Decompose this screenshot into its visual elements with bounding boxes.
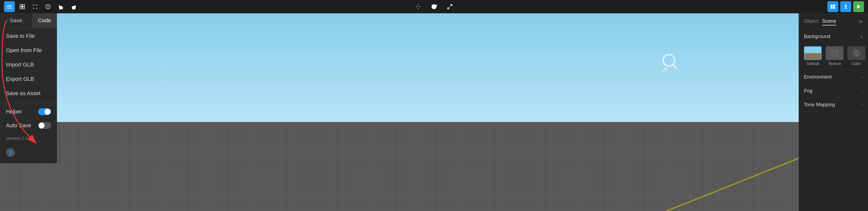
tone-mapping-section-header[interactable]: Tone Mapping › [799, 98, 868, 111]
svg-rect-9 [831, 4, 832, 9]
export-glb-item[interactable]: Export GLB [0, 72, 57, 86]
code-tab[interactable]: Code [32, 13, 57, 28]
panel-expand-button[interactable]: ≫ [858, 19, 863, 24]
svg-rect-6 [23, 7, 25, 9]
panel-tabs: Object Scene [804, 17, 836, 26]
layout-button[interactable] [828, 1, 838, 12]
save-tab[interactable]: Save [0, 13, 32, 28]
hatch-pattern-icon [831, 49, 838, 57]
fog-section-header[interactable]: Fog › [799, 84, 868, 98]
svg-rect-11 [833, 7, 835, 8]
helper-toggle-knob [44, 109, 51, 115]
menu-button[interactable] [4, 1, 15, 12]
toolbar: ? [0, 0, 868, 13]
environment-arrow-icon: › [862, 75, 863, 79]
fog-arrow-icon: › [862, 89, 863, 93]
svg-rect-0 [7, 5, 12, 5]
bg-color-option[interactable]: Color [847, 46, 865, 66]
version-label: version 1.1.1 [0, 133, 57, 145]
tab-object[interactable]: Object [804, 17, 818, 26]
bg-texture-option[interactable]: Texture [826, 46, 843, 66]
3d-decoration [659, 53, 679, 74]
background-section: Background ∨ Default Texture [799, 30, 868, 70]
bg-default-label: Default [807, 62, 819, 66]
scene-toggle-button[interactable] [17, 1, 28, 12]
auto-save-toggle-knob [39, 122, 44, 129]
right-panel: Object Scene ≫ Background ∨ Default [799, 13, 868, 211]
svg-rect-10 [833, 4, 835, 6]
play-button[interactable] [853, 1, 864, 12]
svg-text:?: ? [47, 5, 49, 8]
toolbar-right [828, 1, 864, 12]
helper-toggle[interactable] [38, 108, 51, 115]
menu-top: Save Code [0, 13, 57, 28]
dropdown-menu: Save Code Save to File Open from File Im… [0, 13, 57, 163]
background-options: Default Texture [799, 43, 868, 70]
background-section-header[interactable]: Background ∨ [799, 30, 868, 43]
svg-rect-4 [23, 4, 25, 6]
refresh-button[interactable] [429, 1, 439, 12]
svg-line-30 [662, 68, 665, 72]
open-from-file-item[interactable]: Open from File [0, 43, 57, 58]
environment-section: Environment › [799, 70, 868, 84]
svg-line-29 [673, 65, 676, 69]
redo-button[interactable] [68, 1, 79, 12]
svg-line-31 [665, 68, 667, 72]
svg-point-33 [856, 52, 857, 54]
save-as-asset-item[interactable]: Save as Asset [0, 86, 57, 101]
help-button[interactable]: ? [42, 1, 54, 12]
undo-button[interactable] [56, 1, 66, 12]
import-glb-item[interactable]: Import GLB [0, 58, 57, 72]
toolbar-center [413, 1, 455, 12]
bg-default-option[interactable]: Default [804, 46, 822, 66]
tone-mapping-arrow-icon: › [862, 103, 863, 107]
environment-title: Environment [804, 74, 832, 80]
expand-view-button[interactable] [444, 1, 455, 12]
fog-title: Fog [804, 88, 812, 94]
save-to-file-item[interactable]: Save to File [0, 29, 57, 43]
main-area: Save Code Save to File Open from File Im… [0, 13, 868, 211]
svg-rect-1 [7, 6, 12, 7]
auto-save-label: Auto Save [6, 122, 31, 129]
color-wheel-icon [853, 50, 860, 57]
bg-color-swatch[interactable] [847, 46, 865, 60]
svg-rect-3 [20, 4, 22, 6]
tab-scene[interactable]: Scene [822, 17, 836, 26]
bg-texture-label: Texture [828, 62, 841, 66]
svg-rect-5 [20, 7, 22, 9]
background-title: Background [804, 34, 830, 39]
viewport[interactable] [0, 13, 799, 211]
fog-section: Fog › [799, 84, 868, 98]
svg-rect-2 [7, 8, 12, 8]
helper-label: Helper [6, 108, 22, 115]
move-button[interactable] [413, 1, 424, 12]
auto-save-toggle[interactable] [38, 122, 51, 129]
bg-texture-swatch[interactable] [826, 46, 843, 60]
helper-toggle-item: Helper [0, 105, 57, 118]
toolbar-left: ? [4, 1, 79, 12]
fullscreen-button[interactable] [30, 1, 40, 12]
auto-save-toggle-item: Auto Save [0, 118, 57, 133]
avatar: 👤 [6, 148, 15, 157]
panel-header: Object Scene ≫ [799, 13, 868, 30]
ground-background [0, 122, 799, 211]
user-avatar-item[interactable]: 👤 [0, 145, 57, 160]
bg-default-swatch[interactable] [804, 46, 822, 60]
bg-color-label: Color [852, 62, 861, 66]
background-arrow-icon: ∨ [860, 34, 863, 39]
upload-button[interactable] [840, 1, 851, 12]
tone-mapping-section: Tone Mapping › [799, 98, 868, 112]
tone-mapping-title: Tone Mapping [804, 102, 835, 107]
environment-section-header[interactable]: Environment › [799, 70, 868, 84]
svg-marker-12 [857, 4, 861, 9]
